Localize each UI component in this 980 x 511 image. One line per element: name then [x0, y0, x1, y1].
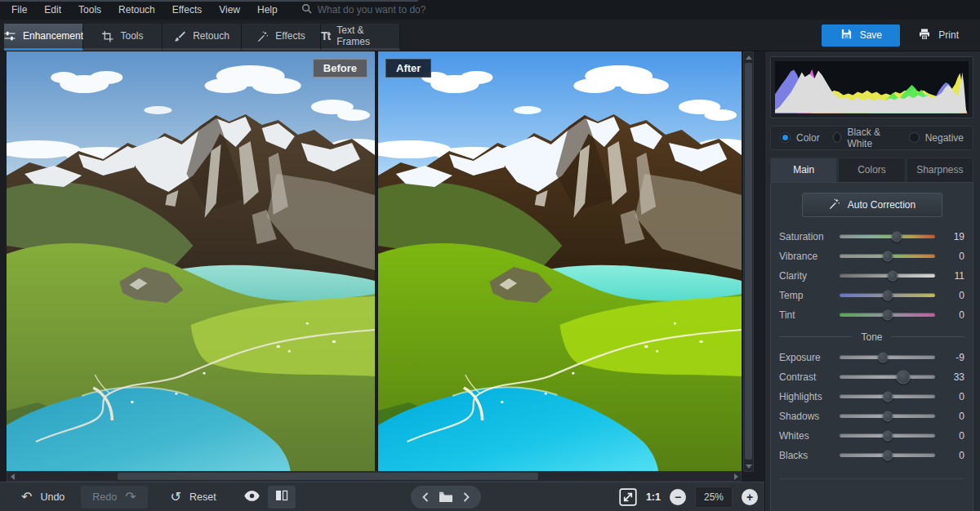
scroll-down-arrow[interactable] [744, 461, 753, 471]
zoom-1-1-button[interactable]: 1:1 [646, 491, 661, 503]
slider-knob-highlights[interactable] [882, 391, 893, 402]
undo-button[interactable]: ↶ Undo [10, 486, 76, 509]
auto-correction-label: Auto Correction [848, 199, 915, 211]
slider-track-shadows[interactable] [840, 414, 935, 418]
menu-bar: FileEditToolsRetouchEffectsViewHelp [0, 0, 980, 20]
reset-button[interactable]: ↺ Reset [159, 486, 228, 509]
panel-tab-colors[interactable]: Colors [838, 158, 905, 182]
slider-knob-contrast[interactable] [896, 370, 910, 384]
slider-clarity: Clarity11 [779, 266, 964, 286]
reset-label: Reset [189, 491, 216, 503]
tone-sliders: Exposure-9Contrast33Highlights0Shadows0W… [779, 348, 964, 465]
slider-label: Whites [779, 430, 838, 442]
scroll-right-arrow[interactable] [731, 472, 741, 481]
slider-highlights: Highlights0 [779, 387, 964, 407]
sliders-icon [3, 29, 16, 42]
radio-color[interactable] [780, 132, 791, 143]
menu-item-retouch[interactable]: Retouch [118, 4, 155, 16]
search-input[interactable] [318, 4, 546, 16]
open-folder-button[interactable] [439, 491, 453, 503]
panel-tab-main[interactable]: Main [770, 158, 837, 182]
slider-knob-temp[interactable] [882, 290, 893, 300]
zoom-in-button[interactable]: + [742, 489, 758, 505]
scroll-left-arrow[interactable] [7, 472, 17, 481]
print-button[interactable]: Print [905, 24, 972, 47]
auto-correction-button[interactable]: Auto Correction [802, 193, 942, 217]
slider-knob-tint[interactable] [882, 309, 893, 320]
horizontal-scroll-thumb[interactable] [118, 473, 538, 480]
tab-label: Effects [275, 30, 305, 42]
tab-label: Retouch [193, 30, 229, 42]
menu-item-effects[interactable]: Effects [172, 4, 202, 16]
slider-label: Contrast [779, 371, 838, 383]
eye-icon [244, 491, 260, 504]
radio-black-white[interactable] [833, 132, 842, 143]
radio-negative[interactable] [909, 132, 920, 143]
preview-original-button[interactable] [236, 486, 268, 509]
slider-knob-vibrance[interactable] [882, 251, 893, 261]
canvas-area: Before After [0, 51, 764, 482]
menu-item-view[interactable]: View [219, 4, 240, 16]
tab-effects[interactable]: Effects [242, 24, 321, 51]
slider-track-tint[interactable] [840, 313, 935, 317]
menu-item-help[interactable]: Help [257, 4, 278, 16]
slider-knob-blacks[interactable] [882, 450, 893, 460]
slider-track-contrast[interactable] [840, 375, 935, 379]
save-label: Save [860, 29, 882, 41]
slider-track-exposure[interactable] [840, 355, 935, 359]
slider-blacks: Blacks0 [779, 446, 964, 465]
slider-value: 33 [942, 371, 964, 383]
color-mode-row: ColorBlack & WhiteNegative [770, 126, 973, 150]
mode-label: Color [796, 132, 820, 144]
vertical-scroll-thumb[interactable] [745, 63, 752, 460]
slider-knob-exposure[interactable] [878, 352, 889, 362]
previous-photo-button[interactable] [422, 492, 429, 502]
fit-to-screen-button[interactable] [619, 488, 637, 506]
zoom-level-select[interactable]: 25% [695, 487, 733, 508]
slider-track-whites[interactable] [840, 433, 935, 438]
slider-value: 0 [942, 251, 964, 262]
vertical-scrollbar[interactable] [743, 51, 754, 472]
slider-track-highlights[interactable] [840, 394, 935, 398]
slider-track-blacks[interactable] [840, 453, 935, 457]
slider-label: Tint [779, 309, 838, 321]
after-image: After [378, 51, 742, 472]
horizontal-scrollbar[interactable] [7, 471, 742, 482]
tab-text-frames[interactable]: TtText & Frames [321, 24, 400, 51]
panel-tab-sharpness[interactable]: Sharpness [906, 158, 973, 182]
mode-label: Negative [925, 132, 964, 144]
slider-track-saturation[interactable] [840, 234, 935, 238]
slider-label: Exposure [779, 352, 838, 363]
slider-knob-whites[interactable] [882, 430, 893, 441]
wand-icon [256, 30, 269, 42]
mode-black-white[interactable]: Black & White [833, 127, 896, 149]
menu-item-file[interactable]: File [11, 4, 27, 16]
slider-track-clarity[interactable] [840, 273, 935, 278]
slider-knob-saturation[interactable] [891, 231, 902, 242]
slider-track-vibrance[interactable] [840, 254, 935, 258]
save-button[interactable]: Save [822, 24, 900, 47]
slider-label: Shadows [779, 411, 838, 422]
scroll-up-arrow[interactable] [744, 52, 753, 62]
zoom-out-button[interactable]: − [670, 489, 686, 505]
tab-label: Text & Frames [336, 24, 399, 47]
before-after-toggle[interactable] [268, 486, 296, 509]
menu-item-edit[interactable]: Edit [44, 4, 61, 16]
editor-column: Before After [0, 51, 764, 511]
mode-negative[interactable]: Negative [909, 132, 964, 144]
mode-label: Black & White [847, 127, 895, 149]
tab-retouch[interactable]: Retouch [163, 24, 242, 51]
next-photo-button[interactable] [463, 492, 470, 502]
tab-tools[interactable]: Tools [83, 24, 163, 51]
mode-color[interactable]: Color [780, 132, 820, 144]
menu-item-tools[interactable]: Tools [78, 4, 101, 16]
slider-knob-clarity[interactable] [887, 270, 898, 281]
tab-enhancement[interactable]: Enhancement [4, 24, 83, 51]
redo-button[interactable]: Redo ↷ [81, 486, 147, 509]
slider-track-temp[interactable] [840, 293, 935, 297]
before-badge: Before [313, 59, 368, 78]
printer-icon [918, 28, 931, 43]
slider-value: 0 [942, 411, 964, 422]
crop-icon [101, 30, 114, 42]
slider-knob-shadows[interactable] [882, 411, 893, 421]
